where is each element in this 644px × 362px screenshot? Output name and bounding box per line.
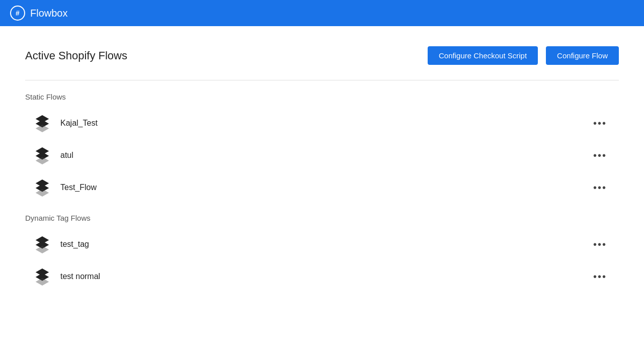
dynamic-tag-flows-section: Dynamic Tag Flows test_tag ••• (25, 214, 619, 293)
flow-item-atul[interactable]: atul ••• (25, 139, 619, 171)
static-flows-section: Static Flows Kajal_Test ••• (25, 93, 619, 204)
dynamic-tag-flows-title: Dynamic Tag Flows (25, 214, 619, 222)
flow-icon-test-normal (33, 267, 51, 286)
flow-icon-test-flow (33, 178, 51, 197)
flow-name-test-normal: test normal (60, 272, 589, 281)
title-row: Active Shopify Flows Configure Checkout … (25, 46, 619, 65)
flow-name-test-flow: Test_Flow (60, 183, 589, 192)
logo-icon: # (10, 6, 25, 21)
flow-icon-atul (33, 146, 51, 164)
static-flows-list: Kajal_Test ••• atul ••• (25, 107, 619, 204)
flow-name-kajal: Kajal_Test (60, 119, 589, 128)
flow-icon-test-tag (33, 235, 51, 253)
section-divider (25, 80, 619, 80)
layers-icon (34, 114, 50, 132)
more-options-test-normal[interactable]: ••• (589, 268, 611, 286)
configure-flow-button[interactable]: Configure Flow (546, 46, 619, 65)
more-options-test-flow[interactable]: ••• (589, 179, 611, 197)
layers-icon (34, 146, 50, 164)
layers-icon (34, 267, 50, 286)
svg-marker-14 (36, 278, 49, 286)
svg-marker-2 (36, 125, 49, 132)
dynamic-tag-flows-list: test_tag ••• test normal ••• (25, 228, 619, 293)
static-flows-title: Static Flows (25, 93, 619, 101)
layers-icon (34, 235, 50, 253)
page-title: Active Shopify Flows (25, 49, 127, 62)
svg-marker-5 (36, 157, 49, 164)
flow-item-test-normal[interactable]: test normal ••• (25, 260, 619, 293)
flow-item-test-tag[interactable]: test_tag ••• (25, 228, 619, 260)
action-buttons: Configure Checkout Script Configure Flow (428, 46, 619, 65)
flow-name-test-tag: test_tag (60, 240, 589, 249)
svg-marker-11 (36, 246, 49, 253)
main-content: Active Shopify Flows Configure Checkout … (0, 26, 644, 293)
more-options-atul[interactable]: ••• (589, 147, 611, 164)
flow-item-kajal[interactable]: Kajal_Test ••• (25, 107, 619, 139)
layers-icon (34, 178, 50, 197)
app-logo: # Flowbox (10, 6, 67, 21)
more-options-kajal[interactable]: ••• (589, 115, 611, 132)
flow-name-atul: atul (60, 151, 589, 160)
flow-item-test-flow[interactable]: Test_Flow ••• (25, 171, 619, 204)
more-options-test-tag[interactable]: ••• (589, 236, 611, 253)
svg-marker-8 (36, 189, 49, 197)
configure-checkout-button[interactable]: Configure Checkout Script (428, 46, 538, 65)
app-name: Flowbox (30, 8, 67, 19)
flow-icon-kajal (33, 114, 51, 132)
app-header: # Flowbox (0, 0, 644, 26)
